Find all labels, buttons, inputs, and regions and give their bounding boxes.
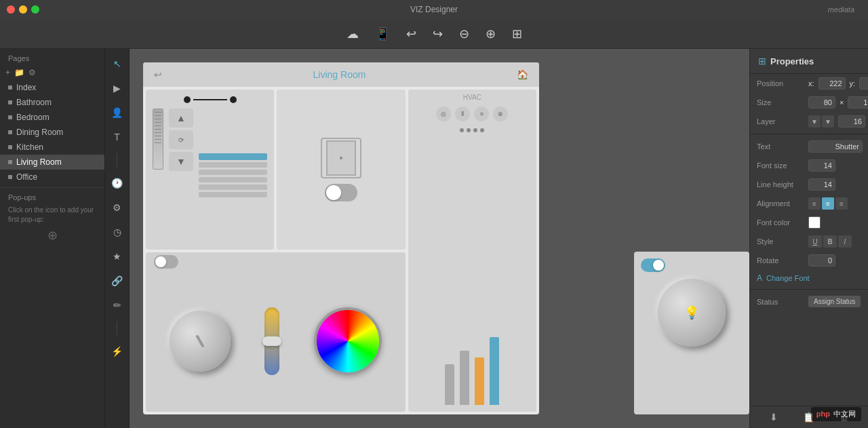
sidebar-item-kitchen[interactable]: Kitchen (0, 140, 104, 155)
lighting-widget-2[interactable]: 💡 (634, 252, 749, 414)
brightness-slider[interactable] (264, 307, 279, 375)
maximize-button[interactable] (31, 5, 39, 14)
pencil-icon[interactable]: ✏ (108, 296, 127, 315)
door-toggle[interactable] (325, 184, 357, 201)
door-widget[interactable] (277, 90, 405, 250)
shutter-bar-5 (199, 184, 267, 190)
mobile-icon[interactable]: 📱 (372, 24, 393, 44)
sidebar-item-label: Index (16, 83, 36, 92)
lightning-icon[interactable]: ⚡ (108, 342, 127, 361)
popups-text[interactable]: Click on the icon to add your first pop-… (8, 206, 96, 244)
width-input[interactable] (808, 96, 835, 109)
fontcolor-swatch[interactable] (808, 216, 821, 229)
separator (117, 153, 117, 167)
star-icon[interactable]: ★ (108, 247, 127, 266)
upload-icon[interactable]: ☁ (344, 24, 361, 44)
color-wheel[interactable] (314, 307, 382, 375)
link-icon[interactable]: 🔗 (108, 271, 127, 290)
shutter-up-btn[interactable]: ▲ (169, 109, 193, 128)
control-panel-widget[interactable]: HVAC ◎ Ⅱ ≡ ⊕ (408, 90, 536, 412)
shutter-bar-1 (199, 153, 267, 160)
panel-btn-4[interactable]: ⊕ (493, 106, 508, 121)
pages-add-icon[interactable]: + (5, 68, 10, 77)
zoom-out-icon[interactable]: ⊖ (456, 24, 472, 44)
canvas-area[interactable]: ↩ Living Room 🏠 (130, 49, 749, 428)
text-icon[interactable]: T (108, 128, 127, 147)
person-icon[interactable]: 👤 (108, 103, 127, 122)
rotate-input[interactable] (808, 254, 835, 267)
x-input[interactable] (818, 77, 846, 90)
properties-panel: ⊞ Properties Position x: y: Size × Layer… (749, 49, 868, 428)
sidebar-item-livingroom[interactable]: Living Room (0, 155, 104, 170)
door-handle-dot (340, 157, 342, 159)
sidebar-item-bathroom[interactable]: Bathroom (0, 95, 104, 110)
shutter-down-btn[interactable]: ▼ (169, 152, 193, 171)
layer-down-btn[interactable]: ▼ (808, 115, 821, 128)
change-font-row[interactable]: A Change Font (750, 270, 868, 286)
rotate-label: Rotate (757, 256, 804, 265)
panel-btn-2[interactable]: Ⅱ (455, 106, 470, 121)
grid-icon[interactable]: ⊞ (509, 24, 525, 44)
shutter-mid-btn[interactable]: ⟳ (169, 130, 193, 149)
style-underline-btn[interactable]: U (808, 235, 822, 248)
shutter-widget[interactable]: ▲ ⟳ ▼ (146, 90, 274, 250)
popups-section: Pop-ups Click on the icon to add your fi… (0, 187, 104, 250)
ruler (153, 109, 163, 170)
assign-status-button[interactable]: Assign Status (808, 296, 861, 307)
panel-btn-3[interactable]: ≡ (474, 106, 489, 121)
style-italic-btn[interactable]: I (838, 235, 852, 248)
style-row: Style U B I (750, 232, 868, 251)
fontsize-input[interactable] (808, 159, 835, 172)
panel-btn-1[interactable]: ◎ (436, 106, 451, 121)
align-left-btn[interactable]: ≡ (808, 197, 821, 210)
redo-icon[interactable]: ↪ (430, 24, 446, 44)
lighting2-toggle[interactable] (641, 258, 665, 272)
layer-up-btn[interactable]: ▼ (822, 115, 834, 128)
lighting-widget[interactable] (146, 252, 406, 412)
zoom-in-icon[interactable]: ⊕ (483, 24, 498, 44)
undo-icon[interactable]: ↩ (403, 24, 419, 44)
font-icon: A (757, 273, 762, 283)
height-input[interactable] (848, 96, 868, 109)
clock2-icon[interactable]: ◷ (108, 222, 127, 241)
lighting-toggle[interactable] (154, 255, 178, 269)
lineheight-input[interactable] (808, 178, 835, 191)
align-right-btn[interactable]: ≡ (835, 197, 848, 210)
play-icon[interactable]: ▶ (108, 79, 127, 98)
sidebar-item-diningroom[interactable]: Dining Room (0, 125, 104, 140)
props-icon: ⊞ (758, 56, 766, 66)
popups-add-icon[interactable]: ⊕ (47, 227, 58, 244)
toggle-thumb (326, 185, 341, 200)
page-home-icon[interactable]: 🏠 (517, 69, 528, 80)
sidebar-item-office[interactable]: Office (0, 170, 104, 184)
page-back-icon[interactable]: ↩ (154, 69, 162, 80)
icon-toolbar: ↖ ▶ 👤 T 🕐 ⚙ ◷ ★ 🔗 ✏ ⚡ (105, 49, 130, 428)
x-label: x: (808, 79, 814, 87)
lighting-toggle-row (146, 252, 186, 271)
style-bold-btn[interactable]: B (823, 235, 837, 248)
cursor-tool-button[interactable]: ↖ (108, 54, 127, 73)
pages-settings-icon[interactable]: ⚙ (28, 68, 36, 77)
bar-4 (490, 337, 499, 405)
change-font-button[interactable]: Change Font (766, 274, 810, 282)
shutter-content: ▲ ⟳ ▼ (146, 90, 274, 250)
widget-grid: ▲ ⟳ ▼ (143, 87, 539, 414)
divider-1 (750, 134, 868, 134)
layer-input[interactable] (838, 115, 865, 128)
alignment-label: Alignment (757, 199, 804, 208)
pages-folder-icon[interactable]: 📁 (14, 68, 24, 77)
settings-icon[interactable]: ⚙ (108, 198, 127, 217)
clock-icon[interactable]: 🕐 (108, 174, 127, 193)
text-input[interactable] (808, 140, 863, 153)
y-input[interactable] (859, 77, 868, 90)
handle-bar (193, 99, 227, 100)
close-button[interactable] (7, 5, 15, 14)
sidebar-item-bedroom[interactable]: Bedroom (0, 110, 104, 125)
download-props-icon[interactable]: ⬇ (770, 412, 778, 423)
align-center-btn[interactable]: ≡ (822, 197, 834, 210)
knob-left[interactable] (170, 311, 231, 372)
knob-right[interactable]: 💡 (658, 279, 726, 347)
minimize-button[interactable] (19, 5, 27, 14)
shutter-buttons: ▲ ⟳ ▼ (169, 109, 193, 243)
sidebar-item-index[interactable]: Index (0, 80, 104, 95)
